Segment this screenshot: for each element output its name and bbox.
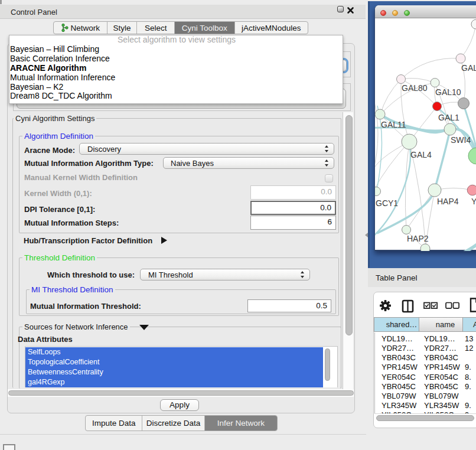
svg-text:GCY1: GCY1 [376, 198, 398, 208]
svg-text:SWI4: SWI4 [451, 135, 471, 145]
svg-text:GAL11: GAL11 [381, 120, 406, 129]
svg-text:Y: Y [471, 197, 476, 206]
svg-text:GAL80: GAL80 [402, 83, 428, 93]
svg-text:HAP4: HAP4 [437, 197, 459, 206]
svg-text:GAL7: GAL7 [461, 63, 476, 73]
svg-text:GAL4: GAL4 [410, 150, 432, 159]
svg-text:HAP2: HAP2 [407, 234, 429, 243]
svg-text:GAL10: GAL10 [435, 87, 461, 97]
svg-text:GAL1: GAL1 [438, 113, 459, 122]
